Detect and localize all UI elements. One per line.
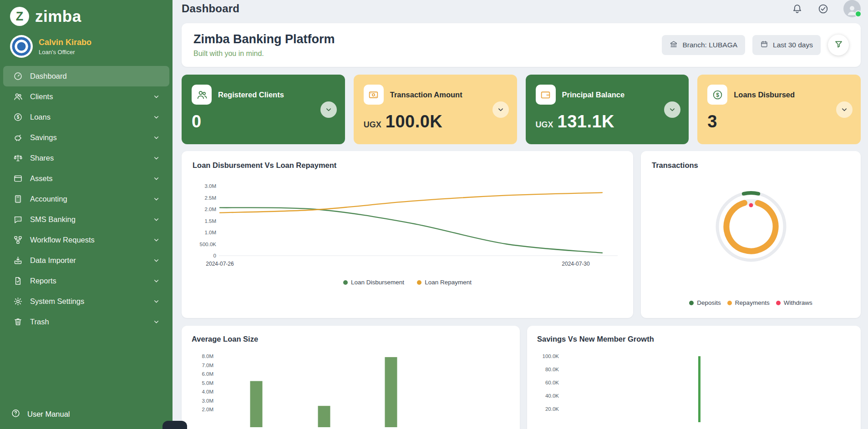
brand-name: zimba bbox=[35, 7, 81, 25]
sidebar-item-label: SMS Banking bbox=[30, 215, 145, 224]
sidebar-item-label: Reports bbox=[30, 277, 145, 285]
svg-text:2024-07-26: 2024-07-26 bbox=[206, 261, 234, 267]
chevron-down-icon bbox=[152, 257, 160, 264]
user-manual-label: User Manual bbox=[27, 410, 70, 419]
sidebar-item-accounting[interactable]: Accounting bbox=[3, 189, 169, 209]
sidebar-nav: DashboardClients$LoansSavingsSharesAsset… bbox=[0, 65, 173, 399]
svg-text:60.0K: 60.0K bbox=[545, 380, 559, 385]
sidebar-item-assets[interactable]: Assets bbox=[3, 168, 169, 189]
zimba-logo[interactable]: Z zimba bbox=[0, 0, 173, 30]
disbursed-icon: $ bbox=[707, 85, 727, 105]
content: Zimba Banking Platform Built with you in… bbox=[173, 17, 868, 429]
line-chart-title: Loan Disbursement Vs Loan Repayment bbox=[193, 161, 622, 170]
stat-label: Registered Clients bbox=[218, 91, 284, 99]
svg-text:20.0K: 20.0K bbox=[545, 406, 559, 412]
sidebar-item-label: Loans bbox=[30, 113, 145, 121]
sidebar-item-label: Assets bbox=[30, 174, 145, 183]
svg-text:0: 0 bbox=[213, 253, 216, 258]
svg-text:8.0M: 8.0M bbox=[202, 353, 213, 359]
stat-expand-button[interactable] bbox=[836, 101, 853, 118]
sidebar-item-workflow-requests[interactable]: Workflow Requests bbox=[3, 230, 169, 250]
stat-currency: UGX bbox=[536, 120, 553, 130]
legend-dot bbox=[689, 301, 694, 305]
chevron-down-icon bbox=[152, 216, 160, 223]
sidebar-item-label: Savings bbox=[30, 133, 145, 142]
svg-text:1.0M: 1.0M bbox=[204, 230, 216, 235]
stat-label: Loans Disbursed bbox=[734, 91, 795, 99]
svg-text:2024-07-30: 2024-07-30 bbox=[562, 261, 590, 267]
sidebar-item-label: System Settings bbox=[30, 297, 145, 306]
loans-icon: $ bbox=[13, 112, 23, 122]
page-title: Dashboard bbox=[182, 2, 239, 15]
svg-text:100.0K: 100.0K bbox=[543, 353, 559, 359]
legend-dot bbox=[343, 280, 348, 285]
chevron-down-icon bbox=[152, 277, 160, 285]
growth-chart: 100.0K80.0K60.0K40.0K20.0K bbox=[537, 350, 850, 429]
legend-dot bbox=[417, 280, 421, 285]
legend-item-repayments[interactable]: Repayments bbox=[727, 299, 770, 306]
date-range-button[interactable]: Last 30 days bbox=[752, 35, 821, 55]
stat-card-transaction-amount: Transaction AmountUGX100.0K bbox=[354, 75, 517, 144]
sidebar-item-loans[interactable]: $Loans bbox=[3, 107, 169, 127]
app-root: { "brand": {"name": "zimba", "logo_lette… bbox=[0, 0, 868, 429]
loan-disbursement-vs-repayment-card: Loan Disbursement Vs Loan Repayment 3.0M… bbox=[182, 151, 633, 318]
sidebar-item-trash[interactable]: Trash bbox=[3, 312, 169, 332]
stat-expand-button[interactable] bbox=[320, 101, 337, 118]
sidebar-item-label: Accounting bbox=[30, 195, 145, 203]
filter-button[interactable] bbox=[828, 35, 849, 56]
question-circle-icon bbox=[11, 409, 20, 420]
donut-chart-legend: DepositsRepaymentsWithdraws bbox=[652, 299, 850, 308]
svg-text:7.0M: 7.0M bbox=[202, 363, 213, 368]
branch-button[interactable]: Branch: LUBAGA bbox=[662, 35, 745, 55]
sidebar-item-sms-banking[interactable]: SMS Banking bbox=[3, 209, 169, 230]
account-avatar[interactable] bbox=[843, 0, 861, 17]
sidebar-item-savings[interactable]: Savings bbox=[3, 127, 169, 148]
legend-item-withdraws[interactable]: Withdraws bbox=[776, 299, 812, 306]
stat-currency: UGX bbox=[364, 120, 381, 130]
user-manual-link[interactable]: User Manual bbox=[0, 399, 173, 429]
svg-text:3.0M: 3.0M bbox=[204, 183, 216, 189]
accounting-icon bbox=[13, 194, 23, 204]
stats-row: Registered Clients0Transaction AmountUGX… bbox=[182, 75, 861, 144]
sidebar-item-data-importer[interactable]: Data Importer bbox=[3, 250, 169, 271]
user-role: Loan's Officer bbox=[39, 49, 91, 56]
user-profile[interactable]: Calvin Kirabo Loan's Officer bbox=[0, 30, 173, 65]
sidebar-item-reports[interactable]: Reports bbox=[3, 271, 169, 291]
sidebar-item-system-settings[interactable]: System Settings bbox=[3, 291, 169, 312]
legend-label: Deposits bbox=[697, 299, 721, 306]
stat-expand-button[interactable] bbox=[492, 101, 509, 118]
sidebar-item-shares[interactable]: Shares bbox=[3, 148, 169, 168]
svg-text:500.0K: 500.0K bbox=[200, 242, 217, 247]
stat-expand-button[interactable] bbox=[664, 101, 680, 118]
svg-text:$: $ bbox=[17, 115, 20, 120]
trash-icon bbox=[13, 317, 23, 327]
stat-value: 131.1K bbox=[558, 112, 615, 131]
notifications-bell-icon[interactable] bbox=[792, 3, 803, 15]
platform-title: Zimba Banking Platform bbox=[193, 32, 335, 46]
svg-text:$: $ bbox=[716, 91, 719, 98]
chevron-down-icon bbox=[152, 93, 160, 101]
shares-icon bbox=[13, 153, 23, 163]
stat-label: Transaction Amount bbox=[390, 91, 462, 99]
stat-card-loans-disbursed: $Loans Disbursed3 bbox=[697, 75, 861, 144]
balance-icon bbox=[536, 85, 556, 105]
legend-item-deposits[interactable]: Deposits bbox=[689, 299, 721, 306]
topbar: Dashboard bbox=[173, 0, 868, 17]
sidebar-item-label: Trash bbox=[30, 318, 145, 326]
sidebar-item-dashboard[interactable]: Dashboard bbox=[3, 66, 169, 86]
stat-value: 3 bbox=[707, 112, 717, 131]
legend-item-loan-repayment[interactable]: Loan Repayment bbox=[417, 279, 472, 286]
legend-item-loan-disbursement[interactable]: Loan Disbursement bbox=[343, 279, 404, 286]
chevron-down-icon bbox=[152, 195, 160, 203]
settings-icon bbox=[13, 297, 23, 306]
tasks-check-circle-icon[interactable] bbox=[817, 3, 829, 15]
svg-text:2.5M: 2.5M bbox=[204, 195, 216, 201]
date-range-label: Last 30 days bbox=[773, 41, 813, 49]
zimba-logo-icon: Z bbox=[10, 7, 29, 26]
svg-text:1.5M: 1.5M bbox=[204, 218, 216, 224]
svg-text:6.0M: 6.0M bbox=[202, 371, 213, 377]
chevron-down-icon bbox=[152, 113, 160, 121]
sidebar-item-clients[interactable]: Clients bbox=[3, 86, 169, 107]
help-widget-button[interactable] bbox=[162, 421, 187, 429]
chevron-down-icon bbox=[152, 175, 160, 182]
